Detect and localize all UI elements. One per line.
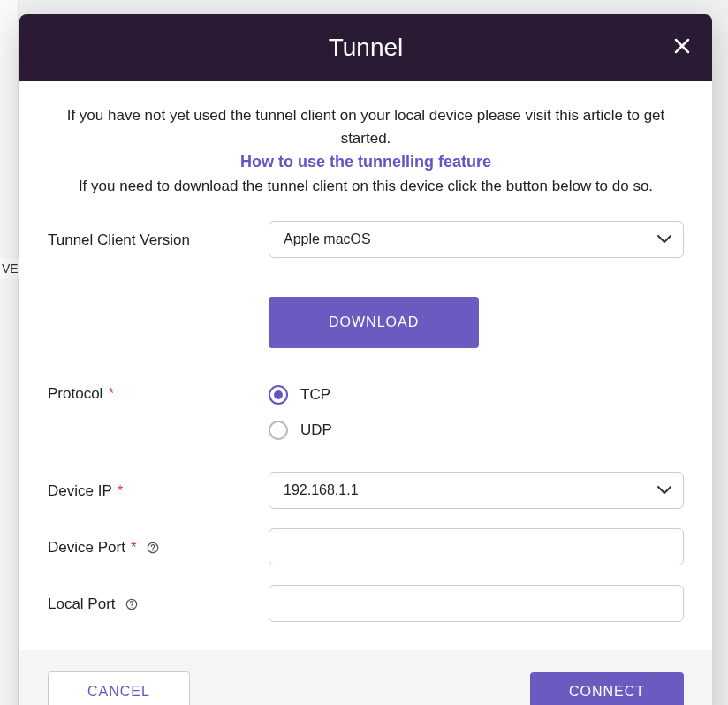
backdrop-partial-text: VE [0, 258, 20, 279]
modal-body: If you have not yet used the tunnel clie… [19, 81, 712, 650]
close-button[interactable] [671, 37, 693, 58]
required-marker: * [118, 482, 124, 500]
client-version-select[interactable]: Apple macOS [269, 221, 684, 258]
protocol-tcp-label: TCP [300, 386, 330, 404]
protocol-option-tcp[interactable]: TCP [269, 385, 684, 405]
client-version-value: Apple macOS [269, 221, 684, 258]
local-port-label: Local Port [48, 594, 269, 613]
client-version-row: Tunnel Client Version Apple macOS [48, 221, 684, 258]
connect-button[interactable]: CONNECT [530, 672, 684, 706]
modal-footer: CANCEL CONNECT [19, 650, 712, 706]
modal-header: Tunnel [19, 14, 712, 81]
local-port-input[interactable] [269, 585, 684, 622]
help-icon[interactable] [146, 541, 160, 555]
svg-point-3 [152, 550, 153, 550]
protocol-option-udp[interactable]: UDP [269, 421, 684, 440]
required-marker: * [131, 539, 137, 557]
protocol-udp-label: UDP [300, 421, 332, 439]
intro-text-1: If you have not yet used the tunnel clie… [48, 104, 684, 149]
local-port-row: Local Port [48, 585, 684, 622]
protocol-radio-group: TCP UDP [269, 383, 684, 440]
device-ip-row: Device IP * 192.168.1.1 [48, 472, 684, 509]
device-ip-value: 192.168.1.1 [269, 472, 684, 509]
intro-block: If you have not yet used the tunnel clie… [48, 104, 684, 198]
device-port-label: Device Port * [48, 537, 269, 557]
radio-icon [269, 385, 288, 405]
device-ip-select[interactable]: 192.168.1.1 [269, 472, 684, 509]
protocol-label: Protocol * [48, 383, 269, 403]
modal-title: Tunnel [329, 34, 404, 62]
client-version-label: Tunnel Client Version [48, 230, 269, 249]
help-icon[interactable] [125, 597, 139, 611]
tunnel-modal: Tunnel If you have not yet used the tunn… [19, 14, 712, 705]
device-ip-label: Device IP * [48, 481, 269, 500]
protocol-row: Protocol * TCP UDP [48, 383, 684, 440]
download-button[interactable]: DOWNLOAD [269, 297, 479, 348]
svg-point-5 [131, 606, 132, 607]
tunnelling-help-link[interactable]: How to use the tunnelling feature [48, 153, 684, 171]
close-icon [673, 37, 691, 58]
download-row: DOWNLOAD [48, 277, 684, 364]
required-marker: * [108, 385, 114, 403]
device-port-input[interactable] [269, 528, 684, 565]
cancel-button[interactable]: CANCEL [48, 671, 190, 706]
device-port-row: Device Port * [48, 528, 684, 565]
intro-text-2: If you need to download the tunnel clien… [48, 175, 684, 198]
radio-icon [269, 421, 288, 440]
